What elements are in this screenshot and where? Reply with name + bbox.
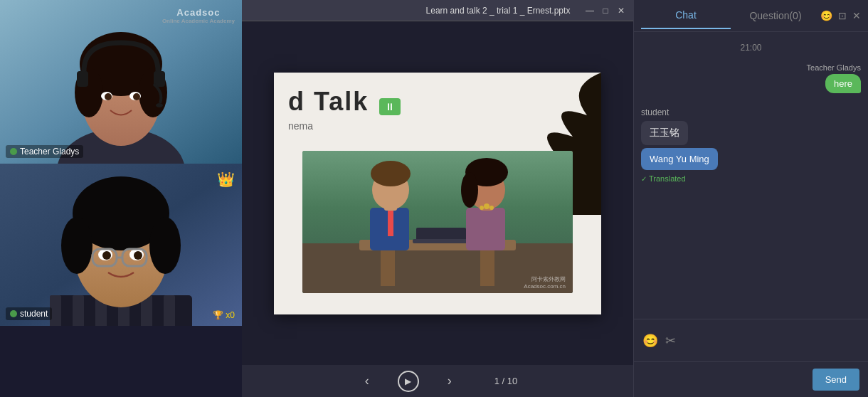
svg-point-9	[105, 93, 112, 100]
slide-meeting-svg	[302, 151, 573, 293]
send-button-area: Send	[634, 361, 868, 397]
acadsoc-logo-text: Acadsoc	[162, 7, 235, 18]
svg-point-10	[133, 93, 140, 100]
acadsoc-logo: Acadsoc Online Academic Academy	[162, 7, 235, 24]
chat-header-icons: 😊 ⊡ ✕	[820, 10, 861, 21]
chat-body: 21:00 Teacher Gladys here student 王玉铭 Wa…	[634, 32, 868, 319]
slide-photo: 阿卡索外教网 Acadsoc.com.cn	[302, 151, 573, 293]
svg-rect-46	[466, 208, 505, 250]
svg-rect-38	[480, 250, 494, 286]
slide-area: d Talk ⏸ nema	[242, 21, 633, 365]
crown-icon: 👑	[217, 171, 235, 188]
svg-rect-11	[77, 71, 88, 87]
send-button[interactable]: Send	[813, 369, 859, 391]
student-video-feed: 👑 student 🏆 x0	[0, 164, 242, 326]
svg-rect-37	[381, 250, 395, 286]
trophy-count: 🏆 x0	[213, 310, 235, 320]
slide-play-button[interactable]: ▶	[398, 371, 419, 392]
tab-chat[interactable]: Chat	[641, 2, 731, 29]
teacher-sender: Teacher Gladys	[807, 63, 861, 72]
slide-navigation: ‹ ▶ › 1 / 10	[242, 365, 633, 397]
svg-point-25	[61, 217, 92, 274]
slide-main-title: d Talk	[288, 87, 369, 116]
translation-bubble: Wang Yu Ming	[641, 148, 718, 170]
check-icon: ✓	[641, 175, 647, 183]
scissors-icon[interactable]: ✂	[665, 333, 676, 349]
trophy-number: x0	[226, 310, 235, 320]
svg-rect-39	[416, 228, 466, 240]
emoji-footer-icon[interactable]: 😊	[642, 333, 658, 349]
student-section-label: student	[641, 107, 861, 117]
tab-question[interactable]: Question(0)	[731, 3, 820, 28]
slide-pause-indicator: ⏸	[379, 98, 401, 115]
chat-header: Chat Question(0) 😊 ⊡ ✕	[634, 0, 868, 32]
emoji-header-icon[interactable]: 😊	[820, 10, 832, 21]
maximize-button[interactable]: □	[600, 6, 610, 16]
svg-point-53	[489, 206, 494, 210]
svg-rect-21	[164, 295, 175, 326]
titlebar: Learn and talk 2 _ trial 1 _ Ernest.pptx…	[242, 0, 633, 21]
student-mic-indicator	[10, 310, 17, 317]
chat-time: 21:00	[641, 43, 861, 53]
center-panel: Learn and talk 2 _ trial 1 _ Ernest.pptx…	[242, 0, 633, 397]
slide-next-button[interactable]: ›	[440, 370, 459, 392]
slide-container: d Talk ⏸ nema	[274, 73, 601, 314]
svg-point-52	[480, 206, 484, 210]
svg-point-26	[149, 217, 181, 274]
photo-watermark: 阿卡索外教网 Acadsoc.com.cn	[524, 275, 566, 290]
mic-indicator	[10, 148, 17, 155]
svg-rect-42	[388, 208, 393, 236]
teacher-message: Teacher Gladys here	[641, 63, 861, 93]
student-chat-section: student 王玉铭 Wang Yu Ming ✓ Translated	[641, 107, 861, 183]
svg-rect-17	[73, 295, 84, 326]
svg-point-30	[134, 251, 142, 260]
translated-tag: ✓ Translated	[641, 174, 861, 183]
right-panel: Chat Question(0) 😊 ⊡ ✕ 21:00 Teacher Gla…	[633, 0, 868, 397]
left-panel: Acadsoc Online Academic Academy Teacher …	[0, 0, 242, 397]
svg-rect-40	[413, 239, 470, 243]
teacher-label: Teacher Gladys	[6, 145, 83, 158]
student-name: student	[20, 309, 48, 319]
minimize-button[interactable]: —	[585, 6, 595, 16]
svg-point-29	[102, 251, 111, 260]
teacher-video-bg	[0, 0, 242, 164]
chinese-text-bubble: 王玉铭	[641, 121, 688, 145]
slide-counter: 1 / 10	[494, 376, 518, 386]
teacher-bubble: here	[825, 74, 861, 93]
close-button[interactable]: ✕	[616, 6, 626, 16]
student-video-svg	[0, 164, 242, 326]
translated-label: Translated	[649, 174, 686, 183]
svg-point-51	[484, 203, 489, 209]
titlebar-title: Learn and talk 2 _ trial 1 _ Ernest.pptx	[417, 6, 579, 16]
svg-point-50	[461, 172, 478, 208]
chat-footer-icons-row: 😊 ✂	[634, 319, 868, 361]
teacher-name: Teacher Gladys	[20, 147, 79, 157]
student-label: student	[6, 307, 52, 320]
teacher-video-feed: Acadsoc Online Academic Academy Teacher …	[0, 0, 242, 164]
teacher-video-svg	[0, 0, 242, 164]
slide-prev-button[interactable]: ‹	[358, 370, 376, 392]
svg-point-13	[156, 103, 163, 107]
fullscreen-icon[interactable]: ⊡	[838, 10, 847, 21]
svg-point-45	[371, 161, 411, 186]
close-chat-icon[interactable]: ✕	[852, 10, 861, 21]
student-video-bg	[0, 164, 242, 326]
acadsoc-sub-text: Online Academic Academy	[162, 18, 235, 24]
